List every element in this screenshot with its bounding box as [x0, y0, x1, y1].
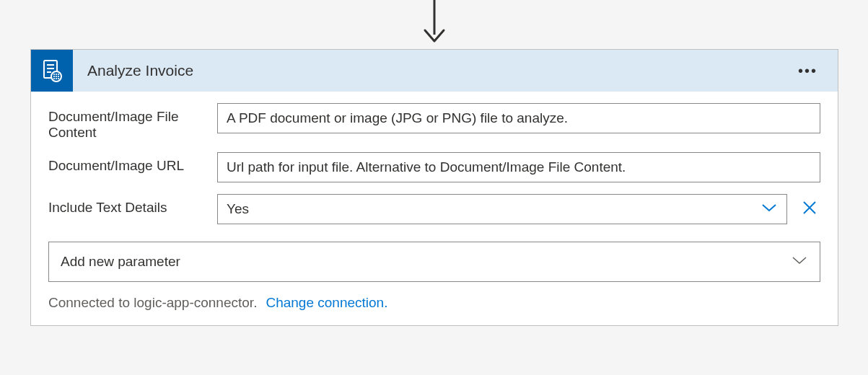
form-recognizer-icon	[31, 50, 73, 92]
flow-arrow	[421, 0, 447, 46]
svg-point-14	[58, 78, 59, 79]
card-header[interactable]: Analyze Invoice •••	[31, 50, 838, 92]
svg-point-11	[58, 74, 59, 75]
change-connection-link[interactable]: Change connection.	[266, 295, 387, 311]
svg-point-7	[56, 76, 57, 77]
field-label-file-content: Document/Image File Content	[48, 103, 217, 141]
add-parameter-dropdown[interactable]: Add new parameter	[48, 242, 820, 282]
field-image-url: Document/Image URL	[48, 152, 820, 182]
select-include-text-value: Yes	[227, 201, 249, 217]
chevron-down-icon	[791, 254, 808, 270]
add-parameter-label: Add new parameter	[61, 254, 180, 270]
input-image-url[interactable]	[217, 152, 820, 182]
chevron-down-icon	[760, 201, 778, 218]
card-title: Analyze Invoice	[87, 62, 792, 79]
svg-point-6	[53, 76, 55, 77]
connected-text: Connected to logic-app-connector.	[48, 295, 257, 311]
svg-point-10	[56, 74, 57, 75]
connection-footer: Connected to logic-app-connector. Change…	[48, 295, 820, 311]
action-card: Analyze Invoice ••• Document/Image File …	[30, 49, 838, 326]
card-body: Document/Image File Content Document/Ima…	[31, 92, 838, 325]
field-label-include-text: Include Text Details	[48, 194, 217, 216]
svg-point-12	[53, 78, 55, 79]
remove-param-icon[interactable]	[799, 197, 820, 221]
field-include-text: Include Text Details Yes	[48, 194, 820, 224]
more-menu-icon[interactable]: •••	[792, 60, 823, 82]
field-label-image-url: Document/Image URL	[48, 152, 217, 174]
svg-point-8	[58, 76, 59, 77]
svg-point-13	[56, 78, 57, 79]
select-include-text[interactable]: Yes	[217, 194, 787, 224]
svg-point-9	[53, 74, 55, 75]
input-file-content[interactable]	[217, 103, 820, 133]
field-file-content: Document/Image File Content	[48, 103, 820, 141]
